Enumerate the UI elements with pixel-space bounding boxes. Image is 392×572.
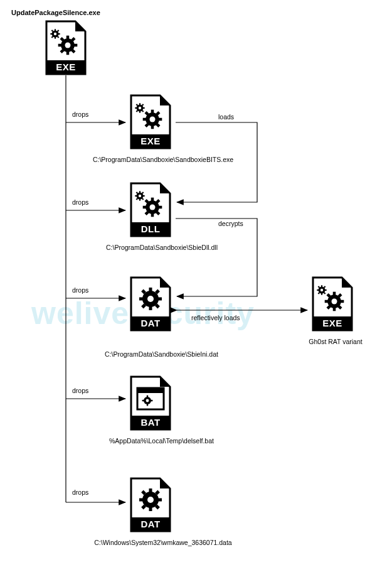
caption-wmkawe: C:\Windows\System32\wmkawe_3636071.data: [82, 539, 245, 546]
edge-label-drops: drops: [72, 488, 88, 496]
dat-file-icon: DAT: [129, 276, 172, 332]
caption-sandboxiebits: C:\ProgramData\Sandboxie\SandboxieBITS.e…: [88, 156, 238, 163]
caption-ghost: Gh0st RAT variant: [301, 338, 370, 345]
node-sandboxiebits-exe: EXE: [129, 94, 172, 149]
node-root-exe: EXE: [44, 20, 88, 75]
file-band: DAT: [130, 316, 171, 330]
edge-label-decrypts: decrypts: [218, 220, 243, 227]
file-band: EXE: [46, 60, 86, 74]
bat-file-icon: BAT: [129, 375, 172, 431]
caption-sbiedll: C:\ProgramData\Sandboxie\SbieDll.dll: [93, 244, 231, 251]
exe-file-icon: EXE: [129, 94, 172, 149]
node-delself-bat: BAT: [129, 375, 172, 431]
edge-label-drops: drops: [72, 286, 88, 294]
edge-label-loads: loads: [218, 113, 234, 121]
exe-file-icon: EXE: [44, 20, 88, 75]
edge-label-drops: drops: [72, 387, 88, 394]
node-wmkawe-dat: DAT: [129, 477, 172, 532]
dat-file-icon: DAT: [129, 477, 172, 532]
caption-sbieini: C:\ProgramData\Sandboxie\SbieIni.dat: [91, 350, 232, 358]
caption-delself: %AppData%\Local\Temp\delself.bat: [94, 437, 229, 445]
file-band: DLL: [130, 222, 171, 236]
diagram-title: UpdatePackageSilence.exe: [11, 9, 100, 16]
dll-file-icon: DLL: [129, 182, 172, 237]
node-sbieini-dat: DAT: [129, 276, 172, 332]
file-band: BAT: [130, 416, 171, 429]
exe-file-icon: EXE: [310, 276, 354, 332]
file-band: EXE: [130, 134, 171, 148]
node-sbiedll: DLL: [129, 182, 172, 237]
file-band: DAT: [130, 517, 171, 531]
node-ghost-rat: EXE: [310, 276, 354, 332]
edge-label-drops: drops: [72, 111, 88, 118]
file-band: EXE: [312, 316, 352, 330]
edge-label-reflectively-loads: reflectively loads: [191, 314, 240, 321]
edge-label-drops: drops: [72, 198, 88, 206]
